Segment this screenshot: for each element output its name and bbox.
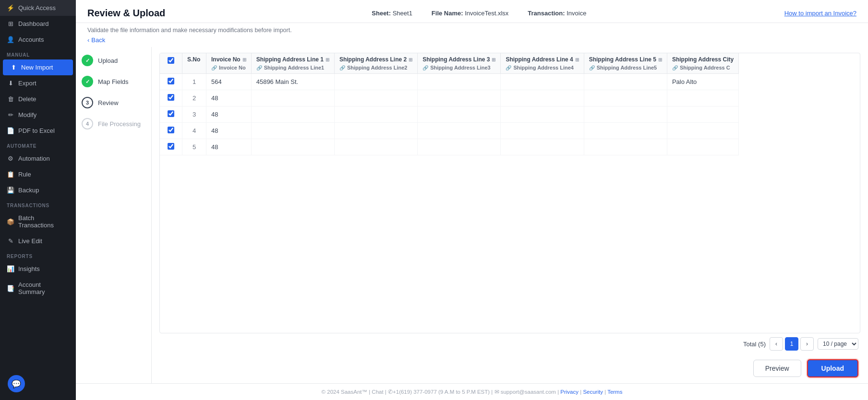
upload-button[interactable]: Upload [807, 359, 858, 377]
row-checkbox-4[interactable] [168, 143, 174, 150]
chat-icon: 💬 [12, 379, 21, 388]
shipping3-link-icon: 🔗 [422, 65, 428, 71]
sidebar-label-insights: Insights [18, 265, 40, 272]
step-upload-circle: ✓ [82, 55, 93, 66]
table-row: 5 48 [160, 139, 739, 155]
header-meta: Sheet: Sheet1 File Name: InvoiceTest.xls… [193, 10, 765, 17]
per-page-select[interactable]: 10 / page 20 / page 50 / page [818, 338, 858, 350]
row-shipping-addr-4 [501, 90, 584, 106]
row-shipping-addr-5 [584, 90, 667, 106]
sidebar-label-delete: Delete [18, 95, 36, 103]
sidebar-item-modify[interactable]: ✏ Modify [0, 107, 76, 123]
col-sno-top: S.No [182, 53, 206, 64]
sidebar-label-new-import: New Import [21, 64, 53, 71]
row-sno: 3 [182, 106, 206, 123]
sidebar-label-rule: Rule [18, 171, 31, 178]
security-link[interactable]: Security [583, 389, 603, 395]
col-city-top: Shipping Address City [667, 53, 738, 64]
col-header-invoice-no: Invoice No ⊞ 🔗 Invoice No [206, 53, 252, 74]
shipping3-filter-icon[interactable]: ⊞ [492, 57, 495, 62]
pagination-bar: Total (5) ‹ 1 › 10 / page 20 / page 50 /… [159, 333, 860, 354]
data-table-wrapper[interactable]: S.No Invoice No ⊞ 🔗 Invoice [159, 53, 860, 333]
row-checkbox-cell [160, 74, 182, 90]
row-checkbox-2[interactable] [168, 110, 174, 117]
shipping4-filter-icon[interactable]: ⊞ [575, 57, 579, 62]
sidebar-item-delete[interactable]: 🗑 Delete [0, 91, 76, 107]
row-shipping-city [667, 139, 738, 155]
privacy-link[interactable]: Privacy [560, 389, 579, 395]
col-shipping5-top: Shipping Address Line 5 ⊞ [584, 53, 667, 64]
shipping5-filter-icon[interactable]: ⊞ [658, 57, 662, 62]
sidebar-item-backup[interactable]: 💾 Backup [0, 182, 76, 198]
header-bar: Review & Upload Sheet: Sheet1 File Name:… [76, 0, 868, 23]
sidebar-item-automation[interactable]: ⚙ Automation [0, 151, 76, 166]
sidebar-item-live-edit[interactable]: ✎ Live Edit [0, 233, 76, 249]
row-sno: 2 [182, 90, 206, 106]
back-button[interactable]: ‹ Back [87, 36, 105, 44]
help-link[interactable]: How to import an Invoice? [784, 10, 856, 17]
row-shipping-addr-2 [334, 139, 417, 155]
shipping1-filter-icon[interactable]: ⊞ [326, 57, 329, 62]
col-shipping2-bottom: 🔗 Shipping Address Line2 [335, 64, 417, 73]
col-shipping1-top: Shipping Address Line 1 ⊞ [252, 53, 334, 64]
sidebar-label-accounts: Accounts [18, 36, 44, 43]
row-shipping-city [667, 90, 738, 106]
sidebar-item-rule[interactable]: 📋 Rule [0, 166, 76, 182]
sidebar-item-new-import[interactable]: ⬆ New Import [3, 59, 73, 75]
row-checkbox-1[interactable] [168, 94, 174, 101]
step-upload-label: Upload [98, 57, 118, 64]
sidebar-item-pdf-to-excel[interactable]: 📄 PDF to Excel [0, 123, 76, 139]
select-all-checkbox[interactable] [168, 57, 174, 64]
sidebar-item-quick-access[interactable]: ⚡ Quick Access [0, 0, 76, 16]
col-sno-bottom [182, 64, 206, 73]
back-label: Back [91, 36, 105, 44]
sidebar-label-live-edit: Live Edit [18, 237, 42, 245]
quick-access-icon: ⚡ [7, 4, 14, 12]
row-checkbox-3[interactable] [168, 127, 174, 133]
col-invoice-top: Invoice No ⊞ [206, 53, 251, 64]
insights-icon: 📊 [7, 265, 14, 272]
modify-icon: ✏ [7, 111, 14, 118]
sidebar-item-batch-transactions[interactable]: 📦 Batch Transactions [0, 210, 76, 233]
row-shipping-city [667, 123, 738, 139]
row-invoice-no: 48 [206, 139, 252, 155]
step-map-fields: ✓ Map Fields [82, 76, 145, 87]
row-shipping-city: Palo Alto [667, 74, 738, 90]
col-header-shipping-2: Shipping Address Line 2 ⊞ 🔗 Shipping Add… [334, 53, 417, 74]
sidebar-label-dashboard: Dashboard [18, 20, 49, 27]
row-checkbox-cell [160, 139, 182, 155]
sidebar-item-export[interactable]: ⬇ Export [0, 75, 76, 91]
steps-panel: ✓ Upload ✓ Map Fields 3 Review 4 File Pr… [76, 47, 152, 383]
section-automate: AUTOMATE [0, 139, 76, 151]
rule-icon: 📋 [7, 171, 14, 178]
col-header-shipping-3: Shipping Address Line 3 ⊞ 🔗 Shipping Add… [418, 53, 501, 74]
shipping2-filter-icon[interactable]: ⊞ [409, 57, 412, 62]
row-shipping-addr-2 [334, 106, 417, 123]
row-checkbox-cell [160, 106, 182, 123]
terms-link[interactable]: Terms [607, 389, 622, 395]
chat-button[interactable]: 💬 [8, 375, 25, 392]
sidebar-label-quick-access: Quick Access [18, 4, 56, 12]
row-checkbox-0[interactable] [168, 78, 174, 84]
current-page-button[interactable]: 1 [785, 337, 798, 351]
row-shipping-addr-5 [584, 106, 667, 123]
row-shipping-addr-3 [418, 139, 501, 155]
row-shipping-addr-3 [418, 123, 501, 139]
table-area: S.No Invoice No ⊞ 🔗 Invoice [152, 47, 868, 383]
row-invoice-no: 564 [206, 74, 252, 90]
sidebar-item-dashboard[interactable]: ⊞ Dashboard [0, 16, 76, 32]
next-page-button[interactable]: › [800, 337, 814, 351]
sidebar-item-insights[interactable]: 📊 Insights [0, 261, 76, 277]
row-shipping-city [667, 106, 738, 123]
sidebar-item-account-summary[interactable]: 📑 Account Summary [0, 277, 76, 300]
preview-button[interactable]: Preview [753, 360, 801, 377]
shipping4-link-icon: 🔗 [506, 65, 511, 71]
dashboard-icon: ⊞ [7, 20, 14, 27]
step-map-fields-label: Map Fields [98, 78, 129, 85]
section-manual: MANUAL [0, 47, 76, 59]
sidebar-item-accounts[interactable]: 👤 Accounts [0, 32, 76, 47]
prev-page-button[interactable]: ‹ [770, 337, 783, 351]
invoice-filter-icon[interactable]: ⊞ [242, 57, 246, 62]
step-file-processing: 4 File Processing [82, 118, 145, 129]
sidebar-label-pdf-to-excel: PDF to Excel [18, 127, 55, 134]
